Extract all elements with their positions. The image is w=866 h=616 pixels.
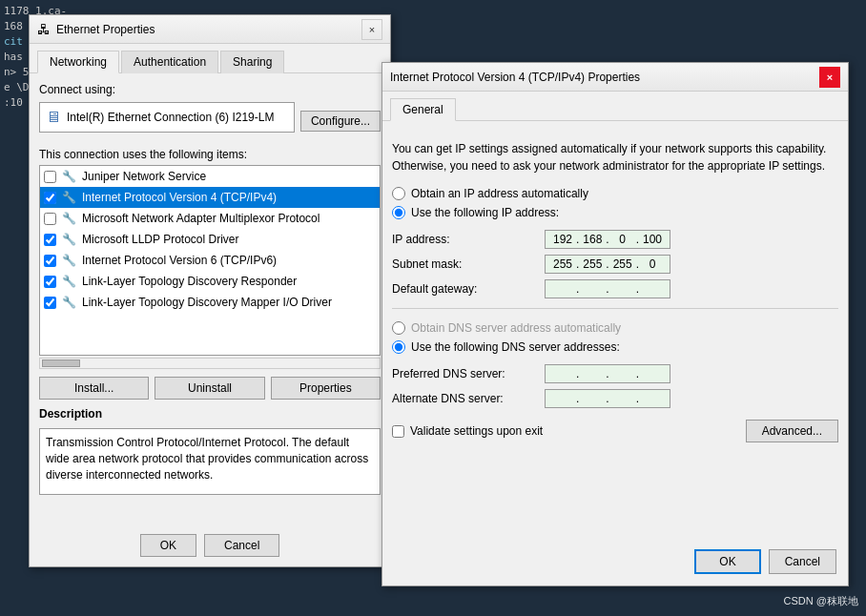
configure-button[interactable]: Configure... [300, 111, 381, 132]
validate-checkbox[interactable] [392, 425, 404, 438]
adns-d[interactable] [639, 392, 666, 405]
subnet-mask-input[interactable]: . . . [545, 255, 670, 274]
advanced-button[interactable]: Advanced... [746, 420, 838, 442]
item-icon-0: 🔧 [62, 170, 76, 183]
uninstall-button[interactable]: Uninstall [155, 377, 264, 400]
gateway-input[interactable]: . . . [545, 279, 670, 298]
preferred-dns-input[interactable]: . . . [545, 364, 670, 383]
install-button[interactable]: Install... [39, 377, 149, 400]
obtain-ip-auto-radio[interactable] [392, 187, 405, 200]
subnet-b[interactable] [579, 257, 606, 271]
item-checkbox-2[interactable] [44, 213, 56, 225]
gw-d[interactable] [639, 282, 666, 296]
obtain-dns-auto-label: Obtain DNS server address automatically [411, 321, 621, 335]
ip-b[interactable] [579, 233, 606, 246]
gw-c[interactable] [609, 282, 636, 296]
use-following-ip-item[interactable]: Use the following IP address: [392, 203, 838, 222]
items-label: This connection uses the following items… [39, 148, 381, 161]
item-checkbox-1[interactable] [44, 192, 56, 204]
list-item[interactable]: 🔧 Microsoft Network Adapter Multiplexor … [40, 208, 380, 229]
connect-using-label: Connect using: [39, 83, 381, 96]
item-label-4: Internet Protocol Version 6 (TCP/IPv6) [82, 254, 277, 267]
tab-general[interactable]: General [390, 98, 456, 121]
ethernet-title-text: Ethernet Properties [56, 23, 155, 36]
ip-c[interactable] [609, 233, 636, 246]
preferred-dns-row: Preferred DNS server: . . . [392, 364, 838, 383]
item-checkbox-3[interactable] [44, 234, 56, 246]
item-checkbox-0[interactable] [44, 171, 56, 183]
ethernet-titlebar: 🖧 Ethernet Properties × [30, 15, 390, 44]
tab-authentication-label: Authentication [134, 55, 206, 69]
use-following-dns-radio[interactable] [392, 340, 405, 354]
adns-b[interactable] [579, 392, 606, 405]
item-checkbox-5[interactable] [44, 276, 56, 288]
properties-button[interactable]: Properties [271, 377, 381, 400]
info-text: You can get IP settings assigned automat… [392, 140, 838, 175]
tcp-ok-button[interactable]: OK [694, 549, 760, 574]
ip-d[interactable] [639, 233, 666, 246]
list-item[interactable]: 🔧 Internet Protocol Version 6 (TCP/IPv6) [40, 250, 380, 271]
ip-address-input[interactable]: . . . [545, 230, 670, 249]
watermark: CSDN @秣联地 [784, 594, 858, 608]
tcp-cancel-button[interactable]: Cancel [769, 549, 836, 574]
obtain-dns-auto-radio[interactable] [392, 321, 405, 335]
pdns-c[interactable] [609, 367, 636, 380]
ethernet-ok-button[interactable]: OK [140, 534, 196, 557]
description-text: Transmission Control Protocol/Internet P… [39, 428, 381, 495]
ethernet-tab-strip: Networking Authentication Sharing [30, 44, 390, 73]
ip-a[interactable] [549, 233, 576, 246]
ethernet-close-button[interactable]: × [361, 19, 382, 40]
list-scrollbar[interactable] [39, 358, 381, 369]
ethernet-body: Connect using: 🖥 Intel(R) Ethernet Conne… [30, 73, 390, 504]
list-item[interactable]: 🔧 Link-Layer Topology Discovery Mapper I… [40, 292, 380, 313]
tab-networking[interactable]: Networking [37, 51, 119, 73]
subnet-mask-label: Subnet mask: [392, 257, 545, 271]
subnet-a[interactable] [549, 257, 576, 271]
pdns-d[interactable] [639, 367, 666, 380]
ethernet-properties-dialog: 🖧 Ethernet Properties × Networking Authe… [29, 14, 391, 567]
validate-row: Validate settings upon exit Advanced... [392, 420, 838, 442]
subnet-d[interactable] [639, 257, 666, 271]
tab-sharing[interactable]: Sharing [220, 51, 284, 73]
pdns-b[interactable] [579, 367, 606, 380]
alternate-dns-input[interactable]: . . . [545, 389, 670, 408]
description-section: Description Transmission Control Protoco… [39, 407, 381, 495]
network-icon: 🖧 [37, 22, 51, 37]
adns-a[interactable] [549, 392, 576, 405]
tcp-close-button[interactable]: × [819, 67, 840, 88]
scrollbar-thumb[interactable] [42, 359, 80, 367]
ethernet-cancel-button[interactable]: Cancel [204, 534, 279, 557]
adapter-icon: 🖥 [46, 109, 61, 126]
obtain-ip-auto-item[interactable]: Obtain an IP address automatically [392, 184, 838, 203]
tab-general-label: General [402, 103, 443, 116]
pdns-a[interactable] [549, 367, 576, 380]
list-item[interactable]: 🔧 Internet Protocol Version 4 (TCP/IPv4) [40, 187, 380, 208]
list-item[interactable]: 🔧 Link-Layer Topology Discovery Responde… [40, 271, 380, 292]
description-title: Description [39, 407, 381, 421]
tab-authentication[interactable]: Authentication [121, 51, 218, 73]
subnet-mask-row: Subnet mask: . . . [392, 255, 838, 274]
subnet-c[interactable] [609, 257, 636, 271]
ip-address-row: IP address: . . . [392, 230, 838, 249]
preferred-dns-label: Preferred DNS server: [392, 367, 545, 380]
use-following-ip-radio[interactable] [392, 206, 405, 219]
alternate-dns-row: Alternate DNS server: . . . [392, 389, 838, 408]
item-icon-5: 🔧 [62, 275, 76, 288]
gw-b[interactable] [579, 282, 606, 296]
obtain-dns-auto-item[interactable]: Obtain DNS server address automatically [392, 318, 838, 338]
ip-address-label: IP address: [392, 233, 545, 246]
item-icon-2: 🔧 [62, 212, 76, 225]
validate-label: Validate settings upon exit [410, 424, 543, 438]
item-checkbox-6[interactable] [44, 297, 56, 309]
item-label-3: Microsoft LLDP Protocol Driver [82, 233, 239, 246]
list-item[interactable]: 🔧 Microsoft LLDP Protocol Driver [40, 229, 380, 250]
item-label-0: Juniper Network Service [82, 170, 206, 183]
adns-c[interactable] [609, 392, 636, 405]
tcp-bottom-buttons: OK Cancel [694, 549, 836, 574]
ip-radio-group: Obtain an IP address automatically Use t… [392, 184, 838, 222]
use-following-dns-item[interactable]: Use the following DNS server addresses: [392, 338, 838, 357]
item-checkbox-4[interactable] [44, 255, 56, 267]
gw-a[interactable] [549, 282, 576, 296]
list-item[interactable]: 🔧 Juniper Network Service [40, 166, 380, 187]
gateway-row: Default gateway: . . . [392, 279, 838, 298]
